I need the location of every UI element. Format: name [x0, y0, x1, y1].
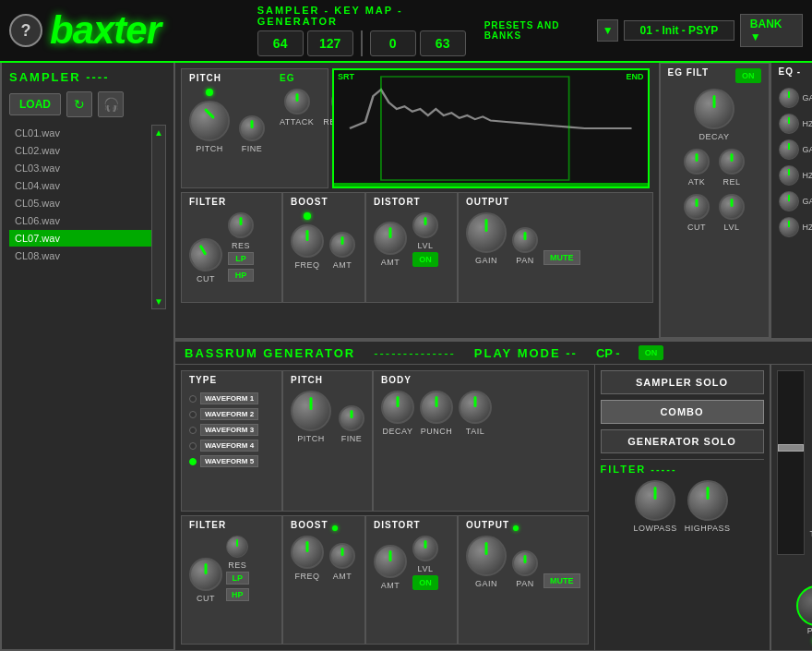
hp-button[interactable]: HP [228, 269, 254, 282]
load-button[interactable]: LOAD [9, 93, 61, 115]
distort-on-button[interactable]: ON [412, 252, 438, 267]
sampler-solo-button[interactable]: SAMPLER SOLO [601, 370, 764, 394]
eq-gain-1-knob[interactable] [779, 88, 799, 108]
eq-row-2b: HZ [779, 165, 813, 186]
cp-slider[interactable] [778, 444, 804, 452]
eg-filt-on-button[interactable]: ON [735, 68, 761, 83]
pitch-knob-container: PITCH [189, 89, 230, 153]
fine-knob[interactable] [239, 115, 265, 141]
waveform-1-label[interactable]: WAVEFORM 1 [200, 392, 258, 404]
output-gain-knob[interactable] [466, 212, 507, 253]
bassgen-on-button[interactable]: ON [639, 345, 664, 360]
help-button[interactable]: ? [9, 14, 42, 47]
eg-filt-panel: EG FILT ON DECAY ATK [659, 63, 770, 338]
eq-gain-2-knob[interactable] [779, 139, 799, 160]
waveform-4-btn[interactable]: WAVEFORM 4 [189, 438, 274, 453]
refresh-button[interactable]: ↻ [66, 91, 92, 117]
bass-mute-button[interactable]: MUTE [543, 573, 580, 588]
file-item[interactable]: CL06.wav [9, 212, 151, 230]
bass-distort-on-button[interactable]: ON [412, 575, 438, 590]
headphone-button[interactable]: 🎧 [98, 91, 124, 117]
preset-prev-button[interactable]: ▼ [597, 19, 617, 42]
tail-knob[interactable] [459, 391, 492, 424]
bass-distort-amt-container: AMT [374, 545, 407, 590]
bass-lp-button[interactable]: LP [226, 572, 249, 585]
nav-box-sampler-high[interactable]: 127 [307, 30, 353, 56]
boost-freq-label: FREQ [294, 260, 319, 270]
bass-hp-button[interactable]: HP [226, 588, 249, 601]
eq-hz-2-knob[interactable] [779, 165, 799, 186]
waveform-3-label[interactable]: WAVEFORM 3 [200, 424, 258, 436]
file-item[interactable]: CL05.wav [9, 195, 151, 212]
cut-knob[interactable] [183, 232, 228, 277]
generator-solo-button[interactable]: GENERATOR SOLO [601, 429, 764, 453]
bass-pitch-knob[interactable] [291, 391, 331, 431]
cp-pan-knob[interactable] [796, 585, 813, 626]
nav-box-gen-high[interactable]: 63 [420, 30, 466, 56]
bass-distort-lvl-knob[interactable] [412, 536, 438, 561]
scroll-up-button[interactable]: ▲ [152, 126, 165, 139]
file-item[interactable]: CL08.wav [9, 247, 151, 265]
bass-bottom-row: FILTER CUT RES [181, 515, 589, 645]
distort-lvl-knob[interactable] [412, 212, 438, 238]
mute-button[interactable]: MUTE [543, 250, 580, 265]
bass-res-knob[interactable] [226, 536, 248, 558]
eq-title-row: EQ - ON [779, 66, 813, 82]
bass-cut-knob[interactable] [189, 558, 222, 591]
eq-hz-1-knob[interactable] [779, 114, 799, 134]
bass-boost-amt-knob[interactable] [329, 543, 355, 569]
bass-output-pan-knob[interactable] [512, 550, 538, 576]
nav-box-sampler-low[interactable]: 64 [257, 30, 304, 56]
eq-hz-3-knob[interactable] [779, 217, 799, 237]
output-pan-label: PAN [516, 256, 533, 265]
waveform-5-dot [189, 458, 197, 465]
attack-knob[interactable] [284, 89, 310, 115]
file-item-selected[interactable]: CL07.wav [9, 230, 151, 247]
nav-box-gen-low[interactable]: 0 [370, 30, 416, 56]
bass-res-label: RES [228, 561, 246, 570]
bass-boost-led [332, 525, 338, 531]
decay-knob[interactable] [381, 391, 414, 424]
res-knob[interactable] [228, 212, 254, 238]
bass-fine-knob-container: FINE [339, 405, 364, 443]
boost-freq-knob[interactable] [291, 224, 324, 258]
file-item[interactable]: CL02.wav [9, 142, 151, 160]
file-item[interactable]: CL03.wav [9, 160, 151, 177]
eg-filt-lvl-knob[interactable] [719, 194, 745, 220]
output-pan-knob[interactable] [512, 227, 538, 253]
file-item[interactable]: CL04.wav [9, 177, 151, 195]
bass-fine-knob[interactable] [339, 405, 364, 431]
eg-filt-cut-knob[interactable] [684, 194, 710, 220]
bass-output-gain-knob[interactable] [466, 536, 507, 576]
eg-filt-rel-knob[interactable] [719, 149, 745, 175]
waveform-5-btn[interactable]: WAVEFORM 5 [189, 453, 274, 469]
bass-boost-freq-knob[interactable] [291, 536, 324, 569]
eg-filt-atk-knob[interactable] [684, 149, 710, 175]
waveform-4-label[interactable]: WAVEFORM 4 [200, 440, 258, 452]
bassgen-body: TYPE WAVEFORM 1 WAVEFORM 2 [175, 365, 812, 650]
eg-filt-decay-knob[interactable] [694, 89, 734, 129]
combo-button[interactable]: COMBO [601, 400, 764, 424]
pitch-knob[interactable] [189, 101, 230, 141]
boost-amt-knob[interactable] [329, 232, 355, 258]
distort-amt-knob[interactable] [374, 222, 407, 255]
bank-button[interactable]: BANK ▼ [740, 14, 803, 47]
eq-gain-3-knob[interactable] [779, 191, 799, 211]
waveform-2-label[interactable]: WAVEFORM 2 [200, 408, 258, 420]
file-item[interactable]: CL01.wav [9, 125, 151, 142]
bass-distort-amt-knob[interactable] [374, 545, 407, 578]
file-list: CL01.wav CL02.wav CL03.wav CL04.wav CL05… [9, 125, 166, 309]
scroll-down-button[interactable]: ▼ [152, 295, 165, 308]
waveform-3-btn[interactable]: WAVEFORM 3 [189, 422, 274, 438]
bass-boost-freq-container: FREQ [291, 536, 324, 581]
waveform-2-btn[interactable]: WAVEFORM 2 [189, 406, 274, 422]
lowpass-knob[interactable] [635, 480, 675, 521]
lp-button[interactable]: LP [228, 252, 254, 265]
punch-knob[interactable] [420, 391, 453, 424]
highpass-knob[interactable] [687, 480, 728, 521]
waveform-5-label[interactable]: WAVEFORM 5 [200, 455, 258, 467]
highpass-knob-container: HIGHPASS [685, 480, 731, 533]
bass-boost-freq-label: FREQ [294, 572, 319, 581]
waveform-1-btn[interactable]: WAVEFORM 1 [189, 391, 274, 406]
res-knob-label: RES [232, 241, 250, 250]
